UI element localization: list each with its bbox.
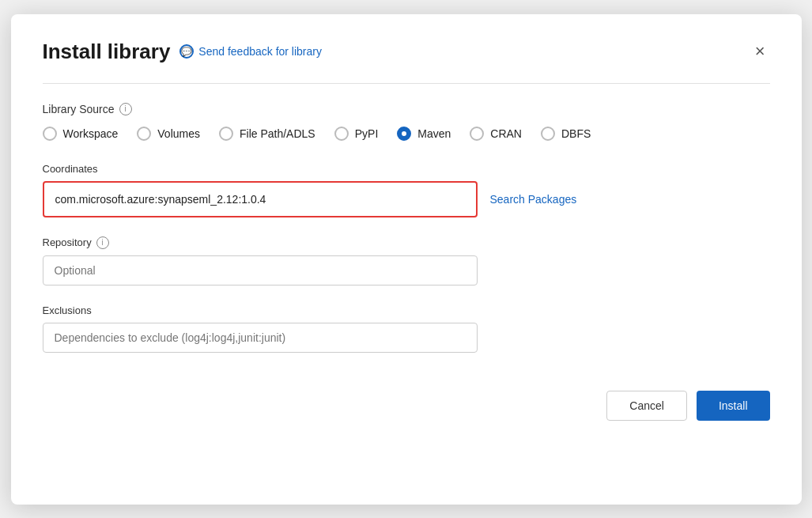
dialog-title: Install library	[43, 40, 171, 64]
repository-input[interactable]	[43, 255, 478, 285]
radio-maven[interactable]: Maven	[397, 127, 451, 141]
radio-volumes[interactable]: Volumes	[137, 127, 200, 141]
library-source-label: Library Source i	[43, 103, 770, 115]
header-divider	[43, 83, 770, 84]
exclusions-label: Exclusions	[43, 304, 770, 316]
radio-workspace[interactable]: Workspace	[43, 127, 119, 141]
radio-label-volumes: Volumes	[157, 127, 200, 140]
dialog-header: Install library 💬 Send feedback for libr…	[43, 40, 770, 64]
radio-circle-workspace	[43, 127, 57, 141]
repository-section: Repository i	[43, 236, 770, 285]
repository-label: Repository i	[43, 236, 770, 249]
radio-label-filepath: File Path/ADLS	[240, 127, 315, 140]
radio-label-cran: CRAN	[490, 127, 522, 140]
radio-label-maven: Maven	[417, 127, 451, 140]
radio-dbfs[interactable]: DBFS	[541, 127, 591, 141]
radio-circle-filepath	[219, 127, 233, 141]
install-button[interactable]: Install	[697, 391, 770, 421]
repository-info-icon[interactable]: i	[96, 236, 109, 249]
radio-label-pypi: PyPI	[355, 127, 379, 140]
exclusions-section: Exclusions	[43, 304, 770, 353]
cancel-button[interactable]: Cancel	[606, 391, 687, 421]
search-packages-link[interactable]: Search Packages	[490, 193, 577, 206]
coordinates-label: Coordinates	[43, 163, 770, 175]
close-button[interactable]: ×	[750, 41, 770, 62]
radio-label-dbfs: DBFS	[561, 127, 591, 140]
feedback-icon: 💬	[179, 44, 194, 59]
feedback-label: Send feedback for library	[198, 45, 322, 58]
radio-circle-pypi	[334, 127, 349, 141]
radio-cran[interactable]: CRAN	[470, 127, 522, 141]
radio-circle-dbfs	[541, 127, 555, 141]
coordinates-section: Coordinates Search Packages	[43, 163, 770, 217]
exclusions-input[interactable]	[43, 323, 478, 353]
radio-filepath[interactable]: File Path/ADLS	[219, 127, 315, 141]
feedback-link[interactable]: 💬 Send feedback for library	[179, 44, 322, 59]
radio-circle-cran	[470, 127, 484, 141]
dialog-footer: Cancel Install	[43, 391, 770, 421]
radio-circle-maven	[397, 127, 411, 141]
coordinates-row: Search Packages	[43, 181, 770, 217]
radio-pypi[interactable]: PyPI	[334, 127, 379, 141]
library-source-info-icon[interactable]: i	[119, 103, 132, 115]
radio-label-workspace: Workspace	[63, 127, 119, 140]
library-source-radio-group: Workspace Volumes File Path/ADLS PyPI Ma…	[43, 127, 770, 141]
radio-circle-volumes	[137, 127, 151, 141]
coordinates-box	[43, 181, 478, 217]
coordinates-input[interactable]	[55, 193, 465, 206]
title-row: Install library 💬 Send feedback for libr…	[43, 40, 322, 64]
install-library-dialog: Install library 💬 Send feedback for libr…	[11, 14, 802, 505]
